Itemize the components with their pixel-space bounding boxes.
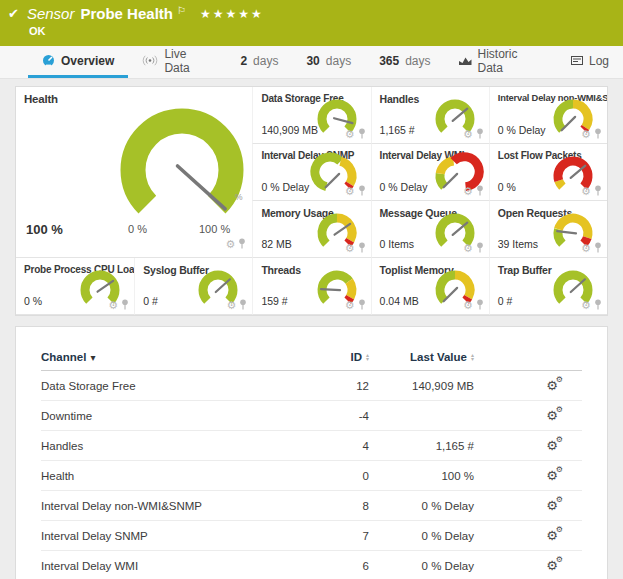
gauge-max-label: 100 % (199, 223, 230, 235)
cell-channel: Data Storage Free (41, 371, 309, 401)
pin-icon[interactable] (239, 299, 247, 310)
channels-table: Channel ▾ ID ▴▾ Last Value ▴▾ (41, 347, 582, 579)
gauge-panel: Threads 159 # ⚙ (252, 258, 370, 315)
cell-id: 4 (309, 431, 369, 461)
cell-channel: Health (41, 461, 309, 491)
cell-channel: Interval Delay WMI (41, 551, 309, 579)
tab-log[interactable]: Log (557, 46, 623, 78)
channel-settings-icon[interactable]: ⚙⚙ (546, 498, 558, 513)
pin-icon[interactable] (594, 128, 602, 139)
pin-icon[interactable] (476, 242, 484, 253)
tab-historic-data[interactable]: Historic Data (445, 46, 557, 78)
gear-icon[interactable]: ⚙ (345, 129, 355, 139)
gear-icon[interactable]: ⚙ (463, 300, 473, 310)
column-header-last-value[interactable]: Last Value ▴▾ (369, 347, 474, 371)
table-row: Data Storage Free 12 140,909 MB ⚙⚙ (41, 371, 582, 401)
column-header-channel-label: Channel (41, 351, 86, 363)
tab-bar: Overview Live Data 2 days 30 days 365 da… (0, 46, 623, 79)
tab-30-days-unit: days (326, 54, 351, 68)
cell-last-value: 0 % Delay (369, 521, 474, 551)
gauge-value: 0 # (143, 295, 158, 307)
gear-icon[interactable]: ⚙ (581, 300, 591, 310)
status-badge: OK (0, 22, 623, 37)
gauge-grid-bottom: Probe Process CPU Load 0 % ⚙ Syslog Buff… (16, 258, 607, 315)
gear-icon[interactable]: ⚙ (345, 186, 355, 196)
sort-toggle-icon: ▴▾ (366, 353, 369, 361)
pin-icon[interactable] (594, 185, 602, 196)
tab-live-data[interactable]: Live Data (128, 46, 226, 78)
column-header-id[interactable]: ID ▴▾ (309, 347, 369, 371)
tab-365-days[interactable]: 365 days (365, 46, 444, 78)
gear-icon[interactable]: ⚙ (463, 129, 473, 139)
pin-icon[interactable] (121, 299, 129, 310)
gauge-grid-top: Health % 0 % 100 % 100 % ⚙ Data Storage … (16, 87, 607, 258)
priority-flag-icon[interactable]: ⚐ (177, 5, 186, 16)
gear-icon[interactable]: ⚙ (345, 300, 355, 310)
broadcast-icon (142, 55, 158, 66)
tab-2-days-number: 2 (240, 54, 247, 68)
gauge-panel: Syslog Buffer 0 # ⚙ (134, 258, 252, 315)
channel-settings-icon[interactable]: ⚙⚙ (546, 438, 558, 453)
pin-icon[interactable] (358, 185, 366, 196)
cell-last-value: 0 % Delay (369, 491, 474, 521)
tab-2-days[interactable]: 2 days (226, 46, 292, 78)
tab-30-days-number: 30 (306, 54, 319, 68)
gauge-min-label: 0 % (128, 223, 147, 235)
gauge-panel: Lost Flow Packets 0 % ⚙ (489, 144, 607, 201)
gear-icon[interactable]: ⚙ (226, 239, 236, 249)
column-header-spacer (474, 347, 522, 371)
pin-icon[interactable] (594, 242, 602, 253)
gauges-panel: Health % 0 % 100 % 100 % ⚙ Data Storage … (15, 86, 608, 316)
gauge-panel: Interval Delay non-WMI&SNMP 0 % Delay ⚙ (489, 87, 607, 144)
tab-overview-label: Overview (61, 54, 114, 68)
pin-icon[interactable] (358, 242, 366, 253)
channel-settings-icon[interactable]: ⚙⚙ (546, 408, 558, 423)
cell-spacer (474, 431, 522, 461)
gear-icon[interactable]: ⚙ (108, 300, 118, 310)
tab-30-days[interactable]: 30 days (292, 46, 365, 78)
pin-icon[interactable] (476, 185, 484, 196)
channel-settings-icon[interactable]: ⚙⚙ (546, 468, 558, 483)
table-row: Downtime -4 ⚙⚙ (41, 401, 582, 431)
gear-icon[interactable]: ⚙ (581, 243, 591, 253)
channel-settings-icon[interactable]: ⚙⚙ (546, 378, 558, 393)
gauge-value: 159 # (261, 295, 287, 307)
cell-last-value: 0 % Delay (369, 551, 474, 579)
cell-last-value (369, 401, 474, 431)
cell-channel: Interval Delay non-WMI&SNMP (41, 491, 309, 521)
gear-icon[interactable]: ⚙ (581, 186, 591, 196)
sensor-header: ✔ Sensor Probe Health ⚐ ★★★★★ OK (0, 0, 623, 46)
pin-icon[interactable] (358, 299, 366, 310)
gauge-icon (42, 54, 55, 67)
gear-icon[interactable]: ⚙ (345, 243, 355, 253)
gauge-panel: Handles 1,165 # ⚙ (371, 87, 489, 144)
gauge-value: 0.04 MB (380, 295, 419, 307)
channel-settings-icon[interactable]: ⚙⚙ (546, 528, 558, 543)
column-header-last-value-label: Last Value (410, 351, 467, 363)
log-list-icon (571, 56, 583, 65)
pin-icon[interactable] (476, 128, 484, 139)
gear-icon[interactable]: ⚙ (463, 186, 473, 196)
cell-id: 6 (309, 551, 369, 579)
gauge-panel: Probe Process CPU Load 0 % ⚙ (16, 258, 134, 315)
tab-overview[interactable]: Overview (28, 46, 128, 78)
channels-table-panel: Channel ▾ ID ▴▾ Last Value ▴▾ (15, 326, 608, 579)
gear-icon[interactable]: ⚙ (463, 243, 473, 253)
column-header-channel[interactable]: Channel ▾ (41, 347, 309, 371)
pin-icon[interactable] (238, 238, 246, 249)
pin-icon[interactable] (476, 299, 484, 310)
cell-channel: Interval Delay SNMP (41, 521, 309, 551)
gauge-value: 82 MB (261, 238, 291, 250)
gauge-value: 100 % (26, 222, 63, 237)
channel-settings-icon[interactable]: ⚙⚙ (546, 558, 558, 573)
cell-spacer (474, 401, 522, 431)
gauge-panel: Interval Delay SNMP 0 % Delay ⚙ (252, 144, 370, 201)
table-row: Interval Delay WMI 6 0 % Delay ⚙⚙ (41, 551, 582, 579)
gear-icon[interactable]: ⚙ (581, 129, 591, 139)
gauge-panel: Message Queue 0 Items ⚙ (371, 201, 489, 258)
pin-icon[interactable] (358, 128, 366, 139)
gauge-title: Health (24, 93, 58, 105)
priority-stars[interactable]: ★★★★★ (200, 7, 264, 21)
pin-icon[interactable] (594, 299, 602, 310)
gear-icon[interactable]: ⚙ (227, 300, 237, 310)
